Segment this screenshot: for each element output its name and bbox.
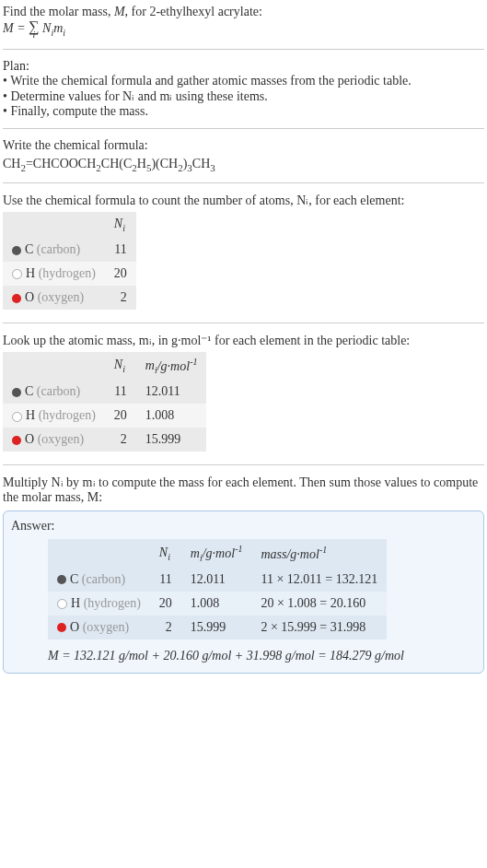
n-cell: 2 (150, 616, 181, 639)
n-cell: 20 (105, 404, 136, 428)
mass-table: Ni mi/g·mol-1 C (carbon) 11 12.011 H (hy… (3, 352, 206, 452)
answer-box: Answer: Ni mi/g·mol-1 mass/g·mol-1 C (ca… (3, 510, 484, 673)
table-row: O (oxygen) 2 15.999 2 × 15.999 = 31.998 (48, 616, 387, 639)
col-n: Ni (105, 212, 136, 238)
m-cell: 15.999 (136, 428, 207, 452)
multiply: Multiply Nᵢ by mᵢ to compute the mass fo… (3, 473, 484, 507)
element-cell: O (oxygen) (3, 286, 105, 310)
plan-bullet: • Write the chemical formula and gather … (3, 74, 484, 88)
calc-cell: 2 × 15.999 = 31.998 (251, 616, 387, 639)
n-cell: 20 (150, 592, 181, 616)
dot-icon (57, 575, 66, 584)
chemical-formula: Write the chemical formula: CH2=CHCOOCH2… (3, 136, 484, 175)
dot-icon (12, 436, 21, 445)
chem-formula: CH2=CHCOOCH2CH(C2H5)(CH2)3CH3 (3, 157, 484, 173)
divider (3, 182, 484, 183)
table-row: C (carbon) 11 12.011 11 × 12.011 = 132.1… (48, 568, 387, 592)
calc-cell: 20 × 1.008 = 20.160 (251, 592, 387, 616)
n-cell: 20 (105, 262, 136, 286)
dot-icon (12, 269, 22, 279)
n-cell: 11 (105, 238, 136, 262)
dot-icon (12, 294, 21, 303)
mass-title: Look up the atomic mass, mᵢ, in g·mol⁻¹ … (3, 333, 484, 348)
intro-equation: M = ∑i Nimi (3, 21, 484, 38)
atom-count: Use the chemical formula to count the nu… (3, 191, 484, 315)
dot-icon (12, 412, 22, 422)
plan-bullet: • Determine values for Nᵢ and mᵢ using t… (3, 88, 484, 104)
m-cell: 12.011 (136, 380, 207, 404)
dot-icon (57, 623, 66, 632)
divider (3, 323, 484, 323)
m-cell: 1.008 (181, 592, 252, 616)
col-element (3, 352, 105, 380)
table-row: H (hydrogen) 20 (3, 262, 136, 286)
col-element (48, 539, 150, 567)
table-header: Ni mi/g·mol-1 mass/g·mol-1 (48, 539, 387, 567)
plan: Plan: • Write the chemical formula and g… (3, 57, 484, 121)
element-cell: O (oxygen) (48, 616, 150, 639)
plan-bullet: • Finally, compute the mass. (3, 104, 484, 119)
element-cell: C (carbon) (3, 380, 105, 404)
n-cell: 2 (105, 286, 136, 310)
dot-icon (12, 388, 21, 397)
answer-label: Answer: (11, 519, 476, 534)
n-cell: 2 (105, 428, 136, 452)
sigma-icon: ∑i (29, 21, 39, 38)
table-row: O (oxygen) 2 15.999 (3, 428, 206, 452)
col-n: Ni (150, 539, 181, 567)
divider (3, 49, 484, 50)
mult-title: Multiply Nᵢ by mᵢ to compute the mass fo… (3, 475, 484, 505)
chem-title: Write the chemical formula: (3, 138, 484, 153)
element-cell: C (carbon) (48, 568, 150, 592)
col-mass: mass/g·mol-1 (251, 539, 387, 567)
element-cell: H (hydrogen) (3, 262, 105, 286)
final-result: M = 132.121 g/mol + 20.160 g/mol + 31.99… (48, 649, 476, 663)
table-header: Ni (3, 212, 136, 238)
col-m: mi/g·mol-1 (181, 539, 252, 567)
table-header: Ni mi/g·mol-1 (3, 352, 206, 380)
element-cell: C (carbon) (3, 238, 105, 262)
divider (3, 464, 484, 465)
table-row: O (oxygen) 2 (3, 286, 136, 310)
col-n: Ni (105, 352, 136, 380)
plan-title: Plan: (3, 59, 484, 74)
dot-icon (57, 599, 67, 609)
intro-line: Find the molar mass, M, for 2-ethylhexyl… (3, 5, 484, 19)
table-row: C (carbon) 11 (3, 238, 136, 262)
m-cell: 15.999 (181, 616, 252, 639)
calc-cell: 11 × 12.011 = 132.121 (251, 568, 387, 592)
count-title: Use the chemical formula to count the nu… (3, 193, 484, 208)
dot-icon (12, 246, 21, 255)
col-element (3, 212, 105, 238)
count-table: Ni C (carbon) 11 H (hydrogen) 20 O (oxyg… (3, 212, 136, 310)
element-cell: H (hydrogen) (48, 592, 150, 616)
element-cell: O (oxygen) (3, 428, 105, 452)
col-m: mi/g·mol-1 (136, 352, 207, 380)
m-cell: 12.011 (181, 568, 252, 592)
table-row: C (carbon) 11 12.011 (3, 380, 206, 404)
table-row: H (hydrogen) 20 1.008 (3, 404, 206, 428)
n-cell: 11 (105, 380, 136, 404)
answer-table: Ni mi/g·mol-1 mass/g·mol-1 C (carbon) 11… (48, 539, 387, 639)
intro: Find the molar mass, M, for 2-ethylhexyl… (3, 3, 484, 41)
m-cell: 1.008 (136, 404, 207, 428)
table-row: H (hydrogen) 20 1.008 20 × 1.008 = 20.16… (48, 592, 387, 616)
n-cell: 11 (150, 568, 181, 592)
divider (3, 128, 484, 129)
element-cell: H (hydrogen) (3, 404, 105, 428)
atomic-mass: Look up the atomic mass, mᵢ, in g·mol⁻¹ … (3, 331, 484, 457)
